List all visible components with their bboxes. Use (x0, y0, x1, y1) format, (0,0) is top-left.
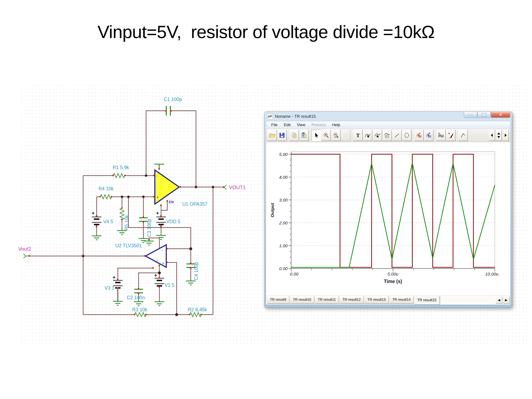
u1-plus-sign: + (156, 195, 159, 200)
minimize-button[interactable] (464, 112, 477, 118)
cursor-icon[interactable] (312, 130, 321, 141)
angle-icon[interactable] (458, 130, 468, 141)
vout1-port (224, 185, 227, 190)
ellipse-icon[interactable] (402, 130, 411, 141)
svg-text:b: b (429, 132, 430, 134)
crosshair-a-icon[interactable]: a (414, 130, 424, 141)
crosshair-b-icon[interactable]: b (424, 130, 433, 141)
minimize-icon (469, 114, 472, 115)
label-c4: C4 100p (193, 262, 199, 280)
circuit-schematic: + + + + - + - + + (13, 83, 266, 353)
y-tick-label: 4.00 (279, 175, 288, 180)
wires (28, 111, 224, 315)
svg-text:+: + (448, 132, 450, 135)
label-v3: V3 1 (105, 285, 114, 291)
y-tick-label: 5.00 (279, 152, 288, 157)
battery-v1 (155, 278, 164, 287)
tab-tr-result11[interactable]: TR result11 (315, 296, 339, 304)
zoom-100-icon[interactable]: 100% (331, 130, 340, 141)
y-tick-label: 2.00 (279, 221, 288, 225)
tab-scroll-right-icon[interactable]: ▶ (503, 297, 510, 304)
toolbar: 100% T a b + (266, 129, 510, 142)
resistor-r4 (100, 195, 112, 199)
tab-scroll-left-icon[interactable]: ◀ (496, 297, 502, 304)
u2-minus-sign: - (161, 247, 163, 253)
u2-power-plus-sign: + (156, 258, 158, 262)
net-label-vout1: VOUT1 (229, 184, 246, 190)
tab-tr-result12[interactable]: TR result12 (339, 296, 364, 304)
x-tick-label: 5.00u (387, 272, 399, 276)
resistor-r3 (135, 313, 146, 317)
svg-text:+: + (113, 274, 115, 280)
y-tick-label: 0.00 (279, 266, 288, 271)
menu-item-process[interactable]: Process (308, 122, 329, 128)
spinner-icon[interactable] (496, 130, 502, 141)
zoom-in-icon[interactable] (322, 130, 331, 141)
maximize-icon (482, 113, 486, 116)
cursor-curve-a-icon[interactable] (363, 130, 372, 141)
x-tick-label: 0.00 (290, 272, 298, 276)
y-tick-label: 3.00 (279, 198, 288, 203)
label-r3: R3 10k (132, 307, 147, 312)
menu-bar: FileEditViewProcessHelp (266, 121, 510, 129)
scroll-right-icon[interactable] (502, 130, 509, 141)
result-tabs: TR result9TR result10TR result11TR resul… (267, 296, 440, 305)
grid-icon[interactable] (341, 130, 350, 141)
menu-item-view[interactable]: View (294, 122, 308, 128)
paste-icon[interactable] (299, 130, 309, 141)
app-icon (267, 114, 273, 119)
tab-tr-result9[interactable]: TR result9 (267, 296, 289, 304)
window-title: Noname - TR result15 (275, 114, 316, 119)
svg-text:a: a (419, 132, 421, 134)
label-v4: V4 5 (103, 219, 113, 224)
close-icon: ✕ (499, 112, 502, 117)
x-tick-label: 10.00u (485, 272, 499, 276)
add-curves-icon[interactable]: + (437, 130, 446, 141)
maximize-button[interactable] (477, 112, 491, 118)
menu-item-edit[interactable]: Edit (281, 122, 294, 128)
tab-tr-result13[interactable]: TR result13 (364, 296, 389, 304)
close-button[interactable]: ✕ (491, 112, 510, 118)
svg-text:T: T (356, 132, 360, 138)
save-icon[interactable] (278, 130, 287, 141)
resistor-r1 (113, 173, 125, 178)
svg-text:+: + (92, 210, 95, 216)
picker-icon[interactable]: + (446, 130, 455, 141)
svg-text:+: + (156, 210, 159, 216)
capacitor-c2 (134, 289, 143, 293)
battery-vdd (156, 216, 166, 227)
u1-minus-sign: - (156, 173, 158, 178)
label-r4: R4 10k (99, 186, 114, 191)
label-r1: R1 5.9k (113, 165, 129, 170)
tab-tr-result14[interactable]: TR result14 (389, 296, 414, 304)
page-title: Vinput=5V, resistor of voltage divide =1… (0, 22, 532, 42)
resistor-r2 (190, 313, 201, 317)
tab-scroll-arrows: ◀ ▶ (496, 296, 510, 304)
y-tick-label: 1.00 (279, 243, 288, 248)
label-r2: R2 8.45k (188, 307, 207, 312)
scroll-left-icon[interactable] (489, 130, 495, 141)
cursor-curve-b-icon[interactable] (373, 130, 382, 141)
tab-tr-result15[interactable]: TR result15 (414, 296, 440, 305)
menu-item-file[interactable]: File (268, 122, 281, 128)
text-icon[interactable]: T (353, 130, 362, 141)
line-icon[interactable] (392, 130, 401, 141)
battery-v3 (113, 280, 123, 301)
vout2-port (24, 254, 28, 258)
net-label-vout2: Vout2 (18, 246, 31, 252)
result-tab-bar: TR result9TR result10TR result11TR resul… (266, 295, 510, 305)
battery-v4 (92, 216, 101, 227)
copy-icon[interactable] (290, 130, 299, 141)
menu-item-help[interactable]: Help (329, 122, 343, 128)
tab-tr-result10[interactable]: TR result10 (290, 296, 314, 304)
waveform-chart[interactable]: 0.005.00u10.00u0.001.002.003.004.005.00T… (266, 142, 510, 294)
u2-plus-sign: + (162, 260, 165, 266)
plot-area[interactable]: 0.005.00u10.00u0.001.002.003.004.005.00T… (266, 142, 510, 295)
window-body: FileEditViewProcessHelp 100% T (266, 121, 511, 305)
capacitor-c1 (166, 106, 171, 115)
legend-icon[interactable] (383, 130, 392, 141)
resistor-r5 (120, 208, 124, 220)
open-folder-icon[interactable] (268, 130, 277, 141)
svg-text:100%: 100% (334, 136, 338, 138)
label-c3: C3 100p (146, 219, 152, 237)
